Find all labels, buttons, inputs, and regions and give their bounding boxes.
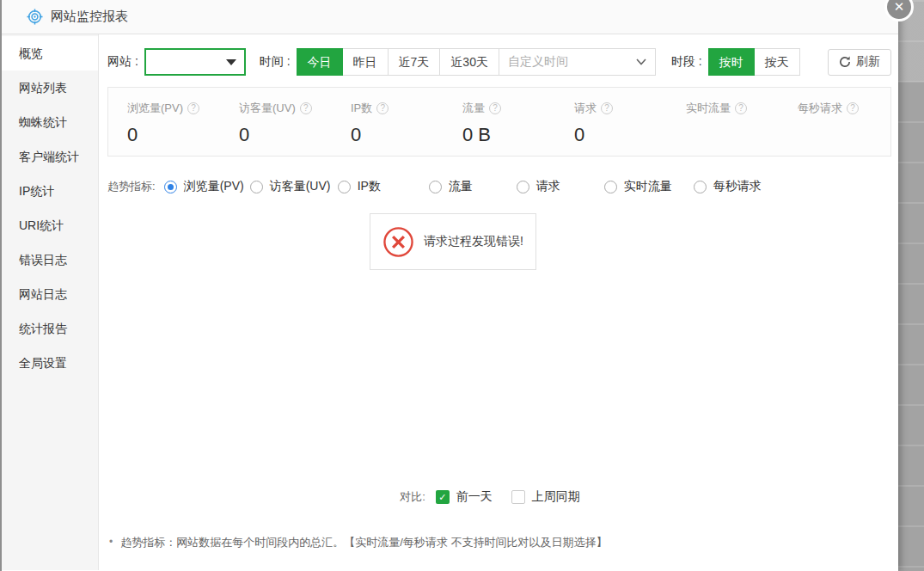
radio-icon [517,181,529,193]
stat-value: 0 [574,124,667,146]
page-title: 网站监控报表 [51,9,128,25]
question-circle-icon[interactable]: ? [735,102,747,114]
stat-ip: IP数? 0 [332,101,444,156]
stat-label: 浏览量(PV) [127,101,183,116]
radio-label: 浏览量(PV) [184,179,244,194]
trend-radio-ip[interactable]: IP数 [338,179,429,194]
filter-toolbar: 网站 : 时间 : 今日 昨日 近7天 近30天 自定义时间 [107,47,891,77]
stat-label: 请求 [574,101,597,116]
time-btn-last30days[interactable]: 近30天 [439,48,499,76]
error-message: 请求过程发现错误! [424,234,523,249]
dimmed-background-page [898,0,924,571]
footnote: • 趋势指标：网站数据在每个时间段内的总汇。【实时流量/每秒请求 不支持时间比对… [107,535,891,550]
radio-label: 每秒请求 [713,179,762,194]
sidebar-item-global-settings[interactable]: 全局设置 [2,346,98,380]
time-btn-yesterday[interactable]: 昨日 [342,48,389,76]
question-circle-icon[interactable]: ? [601,102,613,114]
modal-header: 网站监控报表 [2,0,898,34]
page: 网站监控报表 概览 网站列表 蜘蛛统计 客户端统计 IP统计 URI统计 错误日… [0,0,924,571]
period-group: 按时 按天 [708,48,800,76]
checkbox-checked-icon: ✓ [436,490,450,504]
modal-body: 概览 网站列表 蜘蛛统计 客户端统计 IP统计 URI统计 错误日志 网站日志 … [2,34,898,570]
sidebar-item-ip-stats[interactable]: IP统计 [2,174,98,208]
stat-value: 0 [239,124,332,146]
question-circle-icon[interactable]: ? [847,102,859,114]
stat-requests-per-sec: 每秒请求? [779,101,890,156]
trend-indicator-row: 趋势指标: 浏览量(PV) 访客量(UV) IP数 [107,178,891,195]
compare-row: 对比: ✓ 前一天 上周同期 [107,488,891,506]
stat-value: 0 B [462,124,555,146]
period-label: 时段 : [671,54,702,70]
checkbox-label: 上周同期 [532,489,580,505]
compare-checkbox-last-week[interactable]: 上周同期 [511,489,580,505]
site-select[interactable] [144,48,246,76]
sidebar-item-spider-stats[interactable]: 蜘蛛统计 [2,105,98,139]
sidebar-item-overview[interactable]: 概览 [2,36,98,71]
stat-value: 0 [127,124,220,146]
trend-radio-realtime-traffic[interactable]: 实时流量 [604,179,694,194]
sidebar-item-uri-stats[interactable]: URI统计 [2,208,98,243]
trend-radio-traffic[interactable]: 流量 [429,179,517,194]
refresh-icon [839,56,851,68]
radio-icon [250,181,263,193]
trend-radio-pv[interactable]: 浏览量(PV) [164,179,250,194]
sidebar-item-client-stats[interactable]: 客户端统计 [2,139,98,174]
time-btn-last7days[interactable]: 近7天 [388,48,441,76]
custom-time-select[interactable]: 自定义时间 [499,48,656,76]
checkbox-label: 前一天 [456,489,493,505]
radio-icon [604,181,617,193]
caret-down-icon [226,59,236,65]
compare-label: 对比: [400,489,425,505]
stat-requests: 请求? 0 [555,101,667,156]
site-monitor-report-modal: 网站监控报表 概览 网站列表 蜘蛛统计 客户端统计 IP统计 URI统计 错误日… [0,0,898,571]
question-circle-icon[interactable]: ? [489,102,501,114]
radio-icon [694,181,707,193]
refresh-button[interactable]: 刷新 [828,49,891,76]
bullet-icon: • [109,535,113,550]
content-area: 网站 : 时间 : 今日 昨日 近7天 近30天 自定义时间 [99,34,898,570]
period-btn-daily[interactable]: 按天 [754,48,800,76]
stat-label: 流量 [462,101,485,116]
radio-label: 流量 [449,179,473,194]
time-range-group: 今日 昨日 近7天 近30天 自定义时间 [297,48,656,76]
time-label: 时间 : [260,54,291,70]
stat-label: 实时流量 [686,101,731,116]
radio-label: 实时流量 [624,179,672,194]
error-circle-icon [382,226,414,258]
sidebar-item-site-list[interactable]: 网站列表 [2,71,98,105]
sidebar-item-stats-report[interactable]: 统计报告 [2,311,98,346]
error-message-box: 请求过程发现错误! [370,213,536,270]
chevron-down-icon [636,58,646,65]
compare-checkbox-previous-day[interactable]: ✓ 前一天 [436,489,493,505]
radio-selected-icon [164,181,177,193]
radio-label: 请求 [536,179,560,194]
target-icon [27,9,43,25]
checkbox-unchecked-icon [511,490,525,504]
stat-label: 每秒请求 [798,101,842,116]
stat-label: IP数 [351,101,372,116]
question-circle-icon[interactable]: ? [187,102,199,114]
stat-traffic: 流量? 0 B [444,101,555,156]
radio-icon [429,181,442,193]
time-btn-today[interactable]: 今日 [297,48,343,76]
trend-radio-requests-per-sec[interactable]: 每秒请求 [694,179,762,194]
sidebar-item-error-log[interactable]: 错误日志 [2,243,98,277]
refresh-label: 刷新 [856,54,880,70]
stat-label: 访客量(UV) [239,101,296,116]
sidebar: 概览 网站列表 蜘蛛统计 客户端统计 IP统计 URI统计 错误日志 网站日志 … [2,34,99,570]
sidebar-item-site-log[interactable]: 网站日志 [2,277,98,311]
site-label: 网站 : [107,54,138,70]
period-btn-hourly[interactable]: 按时 [708,48,755,76]
trend-radio-requests[interactable]: 请求 [517,179,604,194]
radio-icon [338,181,351,193]
question-circle-icon[interactable]: ? [300,102,312,114]
radio-label: 访客量(UV) [270,179,331,194]
trend-label: 趋势指标: [107,179,156,194]
radio-label: IP数 [358,179,381,194]
stat-realtime-traffic: 实时流量? [667,101,779,156]
stat-pv: 浏览量(PV)? 0 [108,101,220,156]
stat-uv: 访客量(UV)? 0 [220,101,332,156]
trend-radio-uv[interactable]: 访客量(UV) [250,179,338,194]
question-circle-icon[interactable]: ? [376,102,389,114]
stat-value: 0 [351,124,444,146]
